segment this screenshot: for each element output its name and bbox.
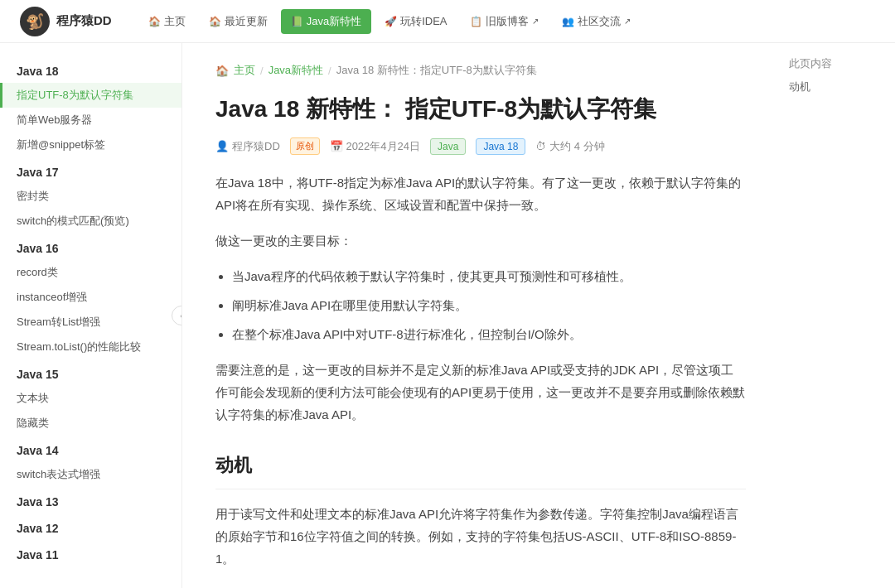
main-layout: Java 18 指定UTF-8为默认字符集 简单Web服务器 新增@snippe… xyxy=(0,43,895,588)
logo-avatar: 🐒 xyxy=(20,7,50,36)
article-intro: 在Java 18中，将UTF-8指定为标准Java API的默认字符集。有了这一… xyxy=(215,171,746,216)
article-body: 在Java 18中，将UTF-8指定为标准Java API的默认字符集。有了这一… xyxy=(215,171,746,588)
calendar-icon: 📅 xyxy=(330,140,343,152)
sidebar-item-textblock[interactable]: 文本块 xyxy=(0,386,181,411)
sidebar-item-stream-list[interactable]: Stream转List增强 xyxy=(0,310,181,335)
old-blog-icon: 📋 xyxy=(470,16,482,27)
article-note: 需要注意的是，这一更改的目标并不是定义新的标准Java API或受支持的JDK … xyxy=(215,359,746,426)
nav-community[interactable]: 👥 社区交流 ↗ xyxy=(552,9,641,34)
external-link-icon: ↗ xyxy=(532,17,539,26)
author-name: 程序猿DD xyxy=(232,139,280,154)
site-name: 程序猿DD xyxy=(56,13,112,29)
nav-old-blog[interactable]: 📋 旧版博客 ↗ xyxy=(460,9,549,34)
sidebar-item-hidden-class[interactable]: 隐藏类 xyxy=(0,411,181,436)
external-link-icon2: ↗ xyxy=(624,17,631,26)
sidebar-item-stream-tolist[interactable]: Stream.toList()的性能比较 xyxy=(0,335,181,359)
content-area: 🏠 主页 / Java新特性 / Java 18 新特性：指定UTF-8为默认字… xyxy=(182,43,895,588)
author-icon: 👤 xyxy=(215,140,229,152)
article-meta: 👤 程序猿DD 原创 📅 2022年4月24日 Java Java 18 ⏱ 大… xyxy=(215,137,746,155)
header: 🐒 程序猿DD 🏠 主页 🏠 最近更新 📗 Java新特性 🚀 玩转IDEA 📋… xyxy=(0,0,895,43)
date-text: 2022年4月24日 xyxy=(346,140,420,152)
idea-icon: 🚀 xyxy=(385,16,397,27)
breadcrumb-sep2: / xyxy=(328,65,331,77)
sidebar-section-java11: Java 11 xyxy=(0,540,181,566)
toc-title: 此页内容 xyxy=(789,56,885,71)
goal-2: 阐明标准Java API在哪里使用默认字符集。 xyxy=(232,294,746,316)
sidebar-item-sealed[interactable]: 密封类 xyxy=(0,184,181,209)
meta-author: 👤 程序猿DD xyxy=(215,139,280,154)
breadcrumb-home[interactable]: 主页 xyxy=(234,63,255,78)
badge-original: 原创 xyxy=(290,137,320,155)
meta-read-time: ⏱ 大约 4 分钟 xyxy=(535,139,604,154)
read-time-text: 大约 4 分钟 xyxy=(549,140,604,152)
toc-item-motivation[interactable]: 动机 xyxy=(789,80,885,94)
article-goal-intro: 做这一更改的主要目标： xyxy=(215,229,746,252)
breadcrumb-current: Java 18 新特性：指定UTF-8为默认字符集 xyxy=(336,63,537,78)
section-motivation-title: 动机 xyxy=(215,449,746,489)
sidebar-section-java16: Java 16 xyxy=(0,234,181,260)
sidebar: Java 18 指定UTF-8为默认字符集 简单Web服务器 新增@snippe… xyxy=(0,43,182,588)
nav-idea[interactable]: 🚀 玩转IDEA xyxy=(375,9,457,34)
recent-icon: 🏠 xyxy=(209,16,221,27)
article-title: Java 18 新特性： 指定UTF-8为默认字符集 xyxy=(215,94,746,124)
breadcrumb-sep1: / xyxy=(260,65,264,77)
goal-3: 在整个标准Java API中对UTF-8进行标准化，但控制台I/O除外。 xyxy=(232,323,746,345)
sidebar-item-switch-expr[interactable]: switch表达式增强 xyxy=(0,462,181,487)
home-icon: 🏠 xyxy=(148,16,161,27)
breadcrumb: 🏠 主页 / Java新特性 / Java 18 新特性：指定UTF-8为默认字… xyxy=(215,63,746,78)
motivation-p2: 如果没有传递字符集参数，则标准的Java API通常使用默认的字符集。JDK在启… xyxy=(215,583,746,588)
sidebar-item-utf8[interactable]: 指定UTF-8为默认字符集 xyxy=(0,83,181,108)
community-icon: 👥 xyxy=(562,16,574,27)
goal-1: 当Java程序的代码依赖于默认字符集时，使其更具可预测性和可移植性。 xyxy=(232,265,746,287)
nav-home[interactable]: 🏠 主页 xyxy=(138,9,196,34)
nav-java-features[interactable]: 📗 Java新特性 xyxy=(281,9,371,34)
logo-emoji: 🐒 xyxy=(26,12,44,31)
sidebar-section-java14: Java 14 xyxy=(0,436,181,462)
sidebar-item-switch-pattern[interactable]: switch的模式匹配(预览) xyxy=(0,209,181,234)
main-nav: 🏠 主页 🏠 最近更新 📗 Java新特性 🚀 玩转IDEA 📋 旧版博客 ↗ … xyxy=(138,9,641,34)
breadcrumb-home-icon: 🏠 xyxy=(215,65,229,77)
motivation-p1: 用于读写文件和处理文本的标准Java API允许将字符集作为参数传递。字符集控制… xyxy=(215,503,746,570)
sidebar-section-java15: Java 15 xyxy=(0,359,181,386)
meta-date: 📅 2022年4月24日 xyxy=(330,139,420,154)
sidebar-item-snippet[interactable]: 新增@snippet标签 xyxy=(0,133,181,157)
sidebar-section-java12: Java 12 xyxy=(0,513,181,540)
main-content: 🏠 主页 / Java新特性 / Java 18 新特性：指定UTF-8为默认字… xyxy=(182,43,779,588)
sidebar-item-record[interactable]: record类 xyxy=(0,260,181,285)
sidebar-section-java17: Java 17 xyxy=(0,157,181,184)
sidebar-item-instanceof[interactable]: instanceof增强 xyxy=(0,285,181,310)
nav-recent[interactable]: 🏠 最近更新 xyxy=(199,9,278,34)
sidebar-section-java18: Java 18 xyxy=(0,56,181,83)
breadcrumb-java-features[interactable]: Java新特性 xyxy=(268,63,323,78)
java-icon: 📗 xyxy=(291,16,303,27)
clock-icon: ⏱ xyxy=(535,140,546,152)
article-goals-list: 当Java程序的代码依赖于默认字符集时，使其更具可预测性和可移植性。 阐明标准J… xyxy=(232,265,746,345)
tag-java18[interactable]: Java 18 xyxy=(476,138,525,155)
logo: 🐒 程序猿DD xyxy=(20,7,112,36)
toc-panel: 此页内容 动机 xyxy=(779,43,895,588)
tag-java[interactable]: Java xyxy=(430,138,466,155)
sidebar-section-java13: Java 13 xyxy=(0,487,181,513)
sidebar-item-web-server[interactable]: 简单Web服务器 xyxy=(0,108,181,133)
